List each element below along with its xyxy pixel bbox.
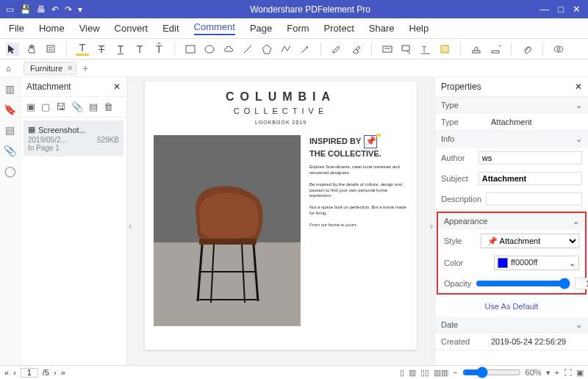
close-icon[interactable]: ✕	[573, 4, 581, 15]
undo-icon[interactable]: ↶	[51, 4, 59, 15]
type-section-header[interactable]: Type⌄	[435, 97, 588, 114]
next-page-icon[interactable]: ›	[430, 221, 433, 231]
strikeout-icon[interactable]: T	[95, 43, 108, 56]
hide-comments-icon[interactable]	[552, 43, 565, 56]
date-section-header[interactable]: Date⌄	[435, 317, 588, 333]
menu-home[interactable]: Home	[39, 23, 65, 34]
fit-width-icon[interactable]: ⛶	[564, 368, 572, 377]
rect-icon[interactable]	[184, 43, 197, 56]
style-select[interactable]: 📌 Attachment	[481, 234, 579, 248]
opacity-input[interactable]	[575, 278, 588, 289]
svg-rect-9	[383, 46, 392, 52]
info-section-header[interactable]: Info⌄	[435, 131, 588, 148]
menu-share[interactable]: Share	[369, 23, 395, 34]
polyline-icon[interactable]	[279, 43, 293, 56]
window-title: Wondershare PDFelement Pro	[88, 4, 532, 15]
caret-icon[interactable]: T̂	[152, 43, 165, 56]
oval-icon[interactable]	[203, 43, 216, 56]
tab-close-icon[interactable]: ✕	[67, 64, 73, 72]
prev-page-icon[interactable]: ‹	[129, 221, 132, 231]
save-attachment-icon[interactable]: 🖫	[56, 101, 65, 112]
menu-file[interactable]: File	[9, 23, 24, 34]
add-attachment-icon[interactable]: ▣	[26, 101, 35, 112]
fit-page-icon[interactable]: ▣	[576, 368, 584, 378]
textbox-icon[interactable]	[381, 43, 394, 56]
delete-attachment-icon[interactable]: 🗑	[104, 101, 113, 112]
highlight-icon[interactable]: T	[76, 43, 89, 56]
thumbnails-icon[interactable]: ▥	[5, 83, 15, 95]
home-icon[interactable]: ⌂	[6, 64, 11, 73]
appearance-section-header[interactable]: Appearance⌄	[438, 213, 585, 230]
zoom-dropdown-icon[interactable]: ▾	[546, 368, 551, 378]
menu-edit[interactable]: Edit	[162, 23, 179, 34]
attachment-pin-icon[interactable]: 📌	[364, 135, 377, 148]
attachment-icon[interactable]	[520, 43, 534, 56]
svg-rect-11	[402, 46, 409, 51]
cloud-icon[interactable]	[222, 43, 235, 56]
properties-close-icon[interactable]: ✕	[575, 82, 582, 92]
chevron-down-icon: ⌄	[576, 134, 582, 144]
style-label: Style	[444, 237, 476, 245]
attachment-item[interactable]: ▦Screenshot... 2019/05/2...529KB In Page…	[24, 120, 123, 156]
stamp-icon[interactable]	[470, 43, 483, 56]
search-icon[interactable]: ◯	[4, 165, 16, 177]
select-icon[interactable]	[6, 43, 19, 56]
single-page-icon[interactable]: ▯	[400, 368, 404, 378]
zoom-in-icon[interactable]: +	[555, 368, 559, 377]
continuous-two-icon[interactable]: ▥▥	[434, 368, 448, 378]
arrow-icon[interactable]	[298, 43, 312, 56]
attachments-icon[interactable]: 📎	[4, 145, 16, 156]
area-highlight-icon[interactable]	[438, 43, 451, 56]
page-input[interactable]	[21, 368, 38, 378]
hand-icon[interactable]	[25, 43, 38, 56]
custom-stamp-icon[interactable]: +	[489, 43, 502, 56]
color-select[interactable]: ff0000ff ⌄	[494, 256, 579, 270]
description-input[interactable]	[486, 192, 582, 206]
svg-line-22	[198, 245, 202, 301]
menu-convert[interactable]: Convert	[115, 23, 148, 34]
menu-comment[interactable]: Comment	[194, 21, 235, 35]
underline-icon[interactable]: T	[114, 43, 127, 56]
comments-icon[interactable]: ▤	[5, 124, 15, 136]
squiggly-icon[interactable]: T	[133, 43, 146, 56]
dropdown-icon[interactable]: ▾	[78, 4, 82, 15]
zoom-slider[interactable]	[462, 367, 521, 378]
menu-form[interactable]: Form	[287, 23, 309, 34]
prev-page-btn-icon[interactable]: ‹	[13, 368, 16, 377]
menu-page[interactable]: Page	[250, 23, 272, 34]
panel-close-icon[interactable]: ✕	[113, 82, 121, 92]
callout-icon[interactable]	[400, 43, 413, 56]
description-icon[interactable]: ▤	[89, 101, 98, 112]
minimize-icon[interactable]: —	[539, 4, 549, 15]
link-attachment-icon[interactable]: 📎	[71, 101, 83, 112]
first-page-icon[interactable]: «	[4, 368, 9, 377]
opacity-slider[interactable]	[476, 278, 570, 289]
save-icon[interactable]: 💾	[20, 4, 31, 15]
two-page-icon[interactable]: ▯▯	[420, 368, 429, 378]
document-view[interactable]: ‹ COLUMBIA COLLECTIVE LOOKBOOK 2019	[127, 77, 434, 365]
maximize-icon[interactable]: □	[558, 4, 564, 15]
eraser-icon[interactable]	[349, 43, 362, 56]
next-page-btn-icon[interactable]: ›	[54, 368, 57, 377]
last-page-icon[interactable]: »	[61, 368, 65, 377]
redo-icon[interactable]: ↷	[65, 4, 72, 15]
continuous-icon[interactable]: ▥	[409, 368, 416, 378]
use-as-default-button[interactable]: Use As Default	[435, 296, 588, 317]
chevron-down-icon: ⌄	[569, 259, 576, 268]
author-input[interactable]	[478, 151, 582, 165]
menu-help[interactable]: Help	[409, 23, 429, 34]
note-icon[interactable]	[44, 43, 57, 56]
document-tab[interactable]: Furniture ✕	[24, 62, 76, 75]
typewriter-icon[interactable]: T	[419, 43, 432, 56]
menu-view[interactable]: View	[79, 23, 100, 34]
line-icon[interactable]	[241, 43, 254, 56]
zoom-out-icon[interactable]: −	[453, 368, 457, 377]
menu-protect[interactable]: Protect	[324, 23, 354, 34]
polygon-icon[interactable]	[260, 43, 273, 56]
subject-input[interactable]	[478, 172, 582, 185]
new-tab-icon[interactable]: +	[82, 62, 88, 74]
bookmarks-icon[interactable]: 🔖	[4, 104, 16, 115]
pencil-icon[interactable]	[330, 43, 343, 56]
open-attachment-icon[interactable]: ▢	[41, 101, 50, 112]
print-icon[interactable]: 🖶	[37, 4, 46, 15]
